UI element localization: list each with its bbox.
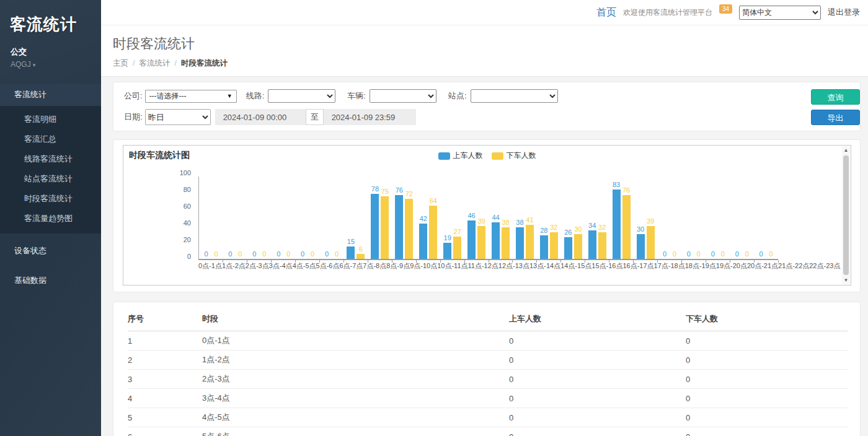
bar[interactable] [613,190,621,259]
table-header-cell: 下车人数 [686,308,848,331]
scrollbar-thumb[interactable] [843,155,849,275]
bar[interactable] [550,232,558,259]
bar[interactable] [477,226,485,259]
date-preset-select[interactable]: 昨日 [145,109,211,125]
sidebar-item-1[interactable]: 设备状态 [0,238,101,263]
caret-down-icon: ▾ [33,62,36,68]
bar-value-label: 42 [420,215,427,223]
language-select[interactable]: 简体中文 [739,6,821,20]
bar-group: 3039 [634,177,658,259]
bar[interactable] [347,246,355,259]
bar-column: 34 [588,222,596,259]
date-from-input[interactable] [215,109,306,125]
bar[interactable] [502,227,510,259]
bar-column: 0 [236,250,244,259]
x-axis-label: 22点-23点 [809,261,840,271]
table-cell: 0 [509,427,686,436]
bar-value-label: 0 [663,250,666,258]
table-cell: 0 [509,351,686,370]
chart-scrollbar[interactable]: ▲ ▼ [842,146,850,284]
bar-column: 41 [526,216,534,259]
topbar: 首页 欢迎使用客流统计管理平台 34 简体中文 退出登录 [101,0,868,25]
bar-value-label: 32 [550,224,557,232]
export-button[interactable]: 导出 [811,110,860,125]
bar-column: 39 [647,217,655,259]
bar-column: 28 [540,227,548,259]
bar[interactable] [371,194,379,259]
bar[interactable] [526,225,534,259]
x-axis-label: 6点-7点 [339,261,363,271]
logout-link[interactable]: 退出登录 [828,7,860,18]
legend-swatch [492,152,503,160]
bar-value-label: 15 [347,238,355,246]
bar[interactable] [492,222,500,259]
chart-plot-area: 0000000000001567875767242641927463944383… [198,177,778,260]
table-cell: 6 [128,427,202,436]
home-link[interactable]: 首页 [596,6,616,19]
table-cell: 5点-6点 [202,427,509,436]
bar-column: 6 [356,245,365,259]
sidebar-item-2[interactable]: 基础数据 [0,268,101,293]
filter-panel: 公司: ---请选择--- ▼ 线路: 车辆: 站点: 日期: 昨日 至 查询 … [113,82,861,131]
bar[interactable] [637,234,645,259]
sidebar-submenu: 客流明细客流汇总线路客流统计站点客流统计时段客流统计客流量趋势图 [0,106,101,233]
scroll-down-icon[interactable]: ▼ [844,276,849,284]
bar-column: 32 [598,224,606,259]
bar-value-label: 0 [214,250,218,258]
date-to-input[interactable] [324,109,416,125]
bar[interactable] [516,227,524,259]
station-select[interactable] [471,89,558,103]
bar[interactable] [395,195,403,259]
bar[interactable] [419,224,427,259]
bar[interactable] [443,243,451,259]
line-select[interactable] [268,89,335,103]
sidebar-item-0[interactable]: 客流统计 [0,84,101,106]
line-label: 线路: [246,90,265,102]
x-axis-label: 18点-19点 [685,261,716,271]
vehicle-select[interactable] [370,89,436,103]
table-header-cell: 序号 [128,308,202,331]
bar[interactable] [356,254,365,259]
bar-group: 00 [223,177,247,259]
bar-value-label: 6 [359,245,363,253]
chart-widget: 时段车流统计图 上车人数下车人数 020406080100 0000000000… [123,145,851,286]
bar[interactable] [429,206,437,259]
scroll-up-icon[interactable]: ▲ [844,146,849,154]
bar[interactable] [564,237,572,259]
breadcrumb-item[interactable]: 主页 [113,59,128,68]
org-code-dropdown[interactable]: AQGJ▾ [0,58,101,69]
bar[interactable] [381,196,389,259]
bar[interactable] [574,234,582,259]
bar[interactable] [405,199,413,259]
legend-item[interactable]: 下车人数 [492,150,536,161]
bar-value-label: 0 [735,250,739,258]
legend-item[interactable]: 上车人数 [438,150,483,161]
bar[interactable] [647,226,655,259]
sidebar-subitem[interactable]: 时段客流统计 [0,189,101,209]
bar[interactable] [622,195,631,259]
query-button[interactable]: 查询 [811,89,860,105]
breadcrumb-item[interactable]: 客流统计 [139,59,170,68]
sidebar-subitem[interactable]: 客流量趋势图 [0,209,101,229]
sidebar-subitem[interactable]: 站点客流统计 [0,169,101,189]
sidebar-subitem[interactable]: 客流汇总 [0,129,101,149]
content-area: 公司: ---请选择--- ▼ 线路: 车辆: 站点: 日期: 昨日 至 查询 … [101,77,868,436]
legend-label: 上车人数 [453,150,483,161]
bar[interactable] [540,235,548,259]
table-row: 43点-4点00 [128,389,848,408]
notification-badge[interactable]: 34 [719,4,732,14]
bar-value-label: 76 [622,186,630,194]
x-axis-label: 21点-22点 [778,261,809,271]
bar-column: 0 [660,250,668,259]
bar-value-label: 44 [492,214,499,222]
bar[interactable] [598,232,606,259]
table-row: 54点-5点00 [128,408,848,427]
company-select[interactable]: ---请选择--- ▼ [145,90,237,103]
bar[interactable] [453,237,461,259]
bar[interactable] [467,220,476,259]
bar-group: 1927 [440,177,464,259]
sidebar-subitem[interactable]: 客流明细 [0,110,101,129]
sidebar-subitem[interactable]: 线路客流统计 [0,149,101,169]
bar[interactable] [588,230,596,259]
dropdown-arrow-icon: ▼ [227,93,232,99]
